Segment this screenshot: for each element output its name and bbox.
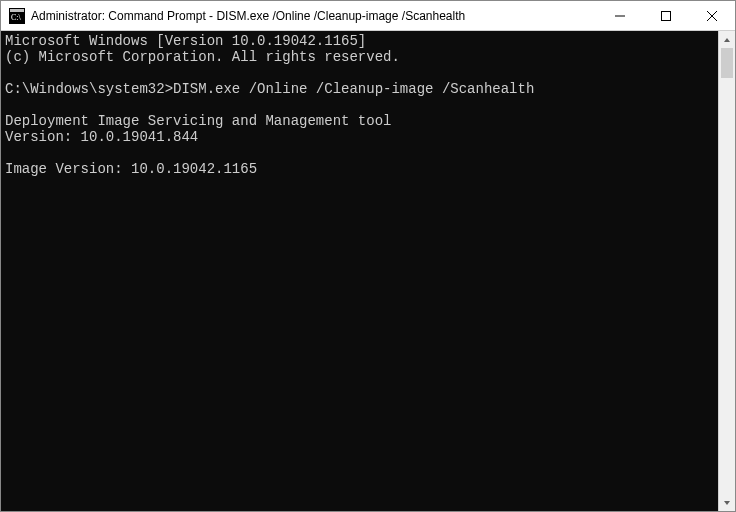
- vertical-scrollbar[interactable]: [718, 31, 735, 511]
- dism-tool-line: Deployment Image Servicing and Managemen…: [5, 113, 391, 129]
- os-version-line: Microsoft Windows [Version 10.0.19042.11…: [5, 33, 366, 49]
- console-output[interactable]: Microsoft Windows [Version 10.0.19042.11…: [1, 31, 718, 511]
- minimize-button[interactable]: [597, 1, 643, 31]
- scroll-thumb[interactable]: [721, 48, 733, 78]
- svg-rect-1: [10, 9, 24, 12]
- titlebar: C:\ Administrator: Command Prompt - DISM…: [1, 1, 735, 31]
- prompt: C:\Windows\system32>: [5, 81, 173, 97]
- maximize-button[interactable]: [643, 1, 689, 31]
- copyright-line: (c) Microsoft Corporation. All rights re…: [5, 49, 400, 65]
- close-button[interactable]: [689, 1, 735, 31]
- dism-version-line: Version: 10.0.19041.844: [5, 129, 198, 145]
- window-title: Administrator: Command Prompt - DISM.exe…: [31, 9, 597, 23]
- svg-rect-4: [662, 11, 671, 20]
- console-area: Microsoft Windows [Version 10.0.19042.11…: [1, 31, 735, 511]
- svg-text:C:\: C:\: [11, 13, 22, 22]
- scroll-down-arrow-icon[interactable]: [719, 494, 735, 511]
- image-version-line: Image Version: 10.0.19042.1165: [5, 161, 257, 177]
- scroll-up-arrow-icon[interactable]: [719, 31, 735, 48]
- entered-command: DISM.exe /Online /Cleanup-image /Scanhea…: [173, 81, 534, 97]
- cmd-icon: C:\: [9, 8, 25, 24]
